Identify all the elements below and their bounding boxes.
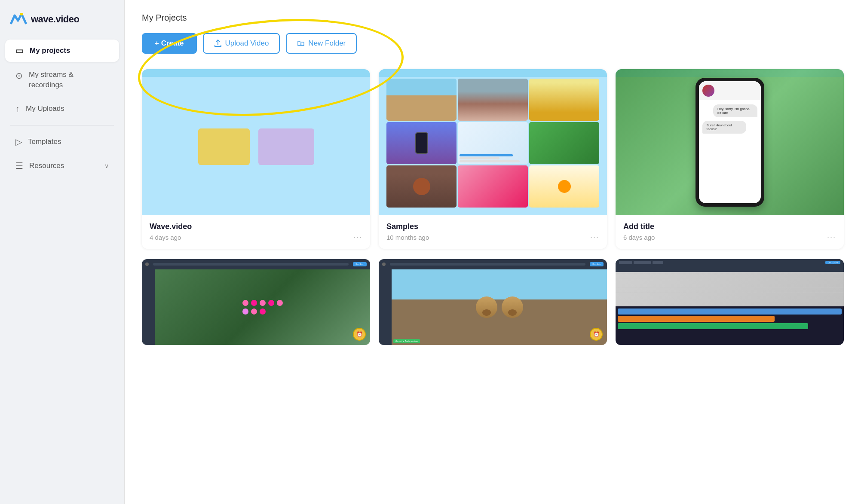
toolbar: + Create Upload Video New Folder: [142, 33, 844, 54]
thumb-yellow: [198, 128, 250, 165]
chevron-down-icon: ∨: [104, 162, 109, 169]
sidebar: wave.video ▭ My projects ⊙ My streams & …: [0, 0, 125, 504]
clock-overlay-flowers: ⏰: [353, 328, 366, 341]
thumb-purple: [258, 128, 314, 165]
logo-icon: [10, 13, 27, 26]
chat-bubbles: Hey, sorry, I'm gonna be late Sure! How …: [699, 100, 761, 203]
timeline-track-1: [618, 309, 842, 315]
project-date-row-phone: 6 days ago ···: [623, 233, 836, 242]
project-card-phone[interactable]: Hey, sorry, I'm gonna be late Sure! How …: [616, 69, 844, 249]
upload-video-label: Upload Video: [225, 39, 269, 48]
flower: [260, 309, 266, 315]
editor-canvas-pugs: ⏰ Go to the Audio section: [392, 269, 607, 345]
upload-icon: ↑: [15, 104, 20, 114]
resources-icon: ☰: [15, 161, 23, 171]
project-info-phone: Add title 6 days ago ···: [616, 215, 844, 249]
project-thumb-wave-video: [142, 69, 370, 215]
flower: [251, 300, 257, 306]
chat-bubble-left: Sure! How about tacos?: [702, 121, 746, 134]
timeline-header: 00:10:34: [616, 259, 844, 272]
template-icon: ▷: [15, 137, 22, 147]
sidebar-item-resources[interactable]: ☰ Resources ∨: [5, 155, 119, 177]
editor-main-pugs: ⏰ Go to the Audio section: [379, 269, 607, 345]
sidebar-item-label-my-uploads: My Uploads: [26, 104, 64, 113]
page-title: My Projects: [142, 13, 844, 23]
app-name: wave.video: [31, 14, 79, 25]
flowers-bg: [155, 269, 370, 345]
bottom-thumb-timeline[interactable]: 00:10:34: [616, 259, 844, 345]
project-card-samples[interactable]: Samples 10 months ago ···: [379, 69, 607, 249]
project-date-phone: 6 days ago: [623, 234, 655, 241]
bottom-thumb-flowers[interactable]: Publish: [142, 259, 370, 345]
more-options-phone[interactable]: ···: [827, 233, 836, 242]
timeline-tracks: [616, 306, 844, 345]
upload-icon: [214, 40, 222, 47]
editor-dot: [145, 263, 149, 266]
project-thumb-samples: [379, 69, 607, 215]
editor-sidebar-mini: [142, 269, 155, 345]
projects-grid: Wave.video 4 days ago ···: [142, 69, 844, 249]
flower: [260, 300, 266, 306]
bottom-thumb-pugs[interactable]: Publish: [379, 259, 607, 345]
project-info-samples: Samples 10 months ago ···: [379, 215, 607, 249]
editor-header-flowers: Publish: [142, 259, 370, 269]
editor-dot: [382, 263, 386, 266]
flower: [268, 300, 274, 306]
sidebar-item-my-streams[interactable]: ⊙ My streams & recordings: [5, 64, 119, 96]
more-options-wave-video[interactable]: ···: [353, 233, 362, 242]
folder-icon: ▭: [15, 46, 24, 56]
sidebar-item-my-uploads[interactable]: ↑ My Uploads: [5, 98, 119, 120]
publish-label: Publish: [590, 262, 604, 266]
mosaic-cell-stats: [458, 122, 528, 164]
editor-main-flowers: ⏰: [142, 269, 370, 345]
pugs-bg: [392, 269, 607, 345]
mosaic-cell-kid: [386, 165, 457, 208]
project-date-row: 4 days ago ···: [150, 233, 362, 242]
timeline-preview: [616, 272, 844, 306]
flower: [242, 309, 248, 315]
sidebar-item-templates[interactable]: ▷ Templates: [5, 131, 119, 153]
new-folder-label: New Folder: [308, 39, 346, 48]
editor-sidebar-mini-pugs: [379, 269, 392, 345]
sidebar-item-label-resources: Resources: [29, 162, 64, 170]
project-name-samples: Samples: [386, 222, 599, 231]
editor-header-pugs: Publish: [379, 259, 607, 269]
mosaic-cell-profile: [529, 165, 599, 208]
mosaic-cell-gallery: [458, 165, 528, 208]
mosaic-cell-portrait: [458, 79, 528, 121]
chat-bubble-right: Hey, sorry, I'm gonna be late: [713, 104, 757, 117]
create-button[interactable]: + Create: [142, 33, 197, 54]
upload-video-button[interactable]: Upload Video: [203, 33, 280, 54]
project-date-row-samples: 10 months ago ···: [386, 233, 599, 242]
timeline-track-2: [618, 316, 775, 322]
new-folder-icon: [297, 40, 305, 47]
logo: wave.video: [0, 9, 124, 39]
flower: [242, 300, 248, 306]
more-options-samples[interactable]: ···: [590, 233, 599, 242]
project-card-wave-video[interactable]: Wave.video 4 days ago ···: [142, 69, 370, 249]
sidebar-item-label-my-streams: My streams & recordings: [29, 70, 109, 90]
project-date-wave-video: 4 days ago: [150, 234, 181, 241]
samples-mosaic: [379, 69, 607, 215]
new-folder-button[interactable]: New Folder: [286, 33, 357, 54]
sidebar-divider: [10, 125, 114, 125]
publish-label: Publish: [353, 262, 367, 266]
main-content: My Projects + Create Upload Video New Fo…: [125, 0, 861, 504]
publish-label-timeline: 00:10:34: [825, 261, 840, 264]
sidebar-item-my-projects[interactable]: ▭ My projects: [5, 40, 119, 62]
flower: [277, 300, 283, 306]
phone-mockup: Hey, sorry, I'm gonna be late Sure! How …: [696, 78, 764, 207]
project-info-wave-video: Wave.video 4 days ago ···: [142, 215, 370, 249]
project-name-wave-video: Wave.video: [150, 222, 362, 231]
broadcast-icon: ⊙: [15, 70, 23, 81]
mosaic-cell-food: [529, 122, 599, 164]
mosaic-cell-beach: [386, 79, 457, 121]
mosaic-cell-drink: [529, 79, 599, 121]
flower: [251, 309, 257, 315]
clock-overlay-pugs: ⏰: [590, 328, 603, 341]
mosaic-cell-phone: [386, 122, 457, 164]
bottom-thumbs: Publish: [142, 259, 844, 345]
editor-canvas-flowers: ⏰: [155, 269, 370, 345]
audio-label: Go to the Audio section: [393, 339, 420, 343]
project-date-samples: 10 months ago: [386, 234, 429, 241]
